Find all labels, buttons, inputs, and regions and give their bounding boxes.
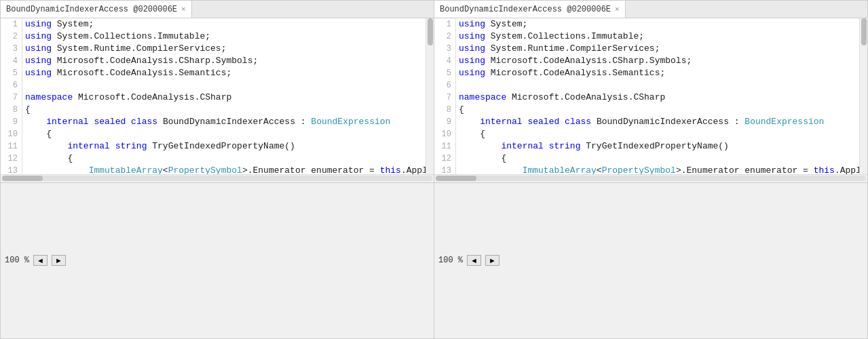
right-tab-label: BoundDynamicIndexerAccess @0200006E [440,5,611,14]
line-number: 7 [3,92,18,104]
line-number: 4 [3,55,18,67]
right-code-area[interactable]: using System;using System.Collections.Im… [456,18,859,174]
line-number: 9 [3,116,18,128]
code-line: using Microsoft.CodeAnalysis.CSharp.Symb… [459,55,856,67]
line-number: 8 [437,104,451,116]
code-line: using System; [459,18,856,31]
line-number: 10 [3,128,18,140]
left-zoom-label: 100 % [5,256,29,265]
line-number: 9 [437,116,451,128]
right-arrow-right[interactable]: ► [485,255,499,266]
line-number: 11 [437,140,451,153]
line-number: 5 [3,67,18,79]
left-editor-panel: BoundDynamicIndexerAccess @0200006E × 12… [0,0,434,339]
code-line: internal sealed class BoundDynamicIndexe… [459,116,856,128]
left-tab-label: BoundDynamicIndexerAccess @0200006E [6,5,177,14]
line-number: 2 [437,31,451,43]
code-line: internal string TryGetIndexedPropertyNam… [459,140,856,153]
left-code-area[interactable]: using System;using System.Collections.Im… [22,18,426,174]
right-editor-panel: BoundDynamicIndexerAccess @0200006E × 12… [434,0,868,339]
code-line: { [459,104,856,116]
code-line [25,79,423,92]
line-number: 6 [3,79,18,92]
code-line: namespace Microsoft.CodeAnalysis.CSharp [25,92,423,104]
line-number: 11 [3,140,18,153]
code-line: using Microsoft.CodeAnalysis.Semantics; [459,67,856,79]
code-line: { [25,128,423,140]
left-scrollbar-track [2,176,432,181]
right-tab-bar: BoundDynamicIndexerAccess @0200006E × [434,1,867,18]
right-arrow-left[interactable]: ◄ [467,255,481,266]
line-number: 3 [3,43,18,55]
code-line: using System.Collections.Immutable; [459,31,856,43]
right-status-bar: 100 % ◄ ► [434,182,867,339]
line-number: 13 [3,165,18,174]
code-line: ImmutableArray<PropertySymbol>.Enumerato… [25,165,423,174]
line-number: 13 [437,165,451,174]
code-line: internal string TryGetIndexedPropertyNam… [25,140,423,153]
line-number: 3 [437,43,451,55]
code-line: internal sealed class BoundDynamicIndexe… [25,116,423,128]
right-scrollbar-thumb[interactable] [436,176,476,181]
line-number: 12 [437,153,451,165]
left-tab[interactable]: BoundDynamicIndexerAccess @0200006E × [1,1,192,18]
right-scrollbar-v[interactable] [859,18,867,174]
code-line: using Microsoft.CodeAnalysis.Semantics; [25,67,423,79]
line-number: 1 [437,18,451,31]
right-tab-close[interactable]: × [615,5,620,14]
code-line: { [459,128,856,140]
code-line: { [25,153,423,165]
left-editor-body: 1234567891011121314151617181920212223242… [1,18,434,174]
left-tab-bar: BoundDynamicIndexerAccess @0200006E × [1,1,434,18]
code-line: using System; [25,18,423,31]
left-tab-close[interactable]: × [181,5,186,14]
left-arrow-left[interactable]: ◄ [33,255,48,266]
left-scrollbar-v-thumb[interactable] [428,18,433,45]
code-line: using System.Collections.Immutable; [25,31,423,43]
right-scrollbar-track [436,176,866,181]
code-line: { [459,153,856,165]
line-number: 4 [437,55,451,67]
line-number: 2 [3,31,18,43]
code-line: namespace Microsoft.CodeAnalysis.CSharp [459,92,856,104]
line-number: 10 [437,128,451,140]
line-number: 1 [3,18,18,31]
left-arrow-right[interactable]: ► [52,255,66,266]
line-number: 12 [3,153,18,165]
code-line: using System.Runtime.CompilerServices; [459,43,856,55]
right-line-numbers: 1234567891011121314151617181920212223242… [434,18,456,174]
code-line: using Microsoft.CodeAnalysis.CSharp.Symb… [25,55,423,67]
left-scrollbar-thumb[interactable] [2,176,43,181]
line-number: 8 [3,104,18,116]
line-number: 7 [437,92,451,104]
line-number: 5 [437,67,451,79]
left-status-bar: 100 % ◄ ► [1,182,434,339]
code-line [459,79,856,92]
left-scrollbar-v[interactable] [426,18,434,174]
line-number: 6 [437,79,451,92]
code-line: ImmutableArray<PropertySymbol>.Enumerato… [459,165,856,174]
right-scrollbar-h[interactable] [434,174,867,182]
right-tab[interactable]: BoundDynamicIndexerAccess @0200006E × [434,1,626,18]
right-scrollbar-v-thumb[interactable] [861,18,867,45]
left-line-numbers: 1234567891011121314151617181920212223242… [1,18,22,174]
left-scrollbar-h[interactable] [1,174,434,182]
right-zoom-label: 100 % [438,256,463,265]
right-editor-body: 1234567891011121314151617181920212223242… [434,18,867,174]
code-line: using System.Runtime.CompilerServices; [25,43,423,55]
code-line: { [25,104,423,116]
